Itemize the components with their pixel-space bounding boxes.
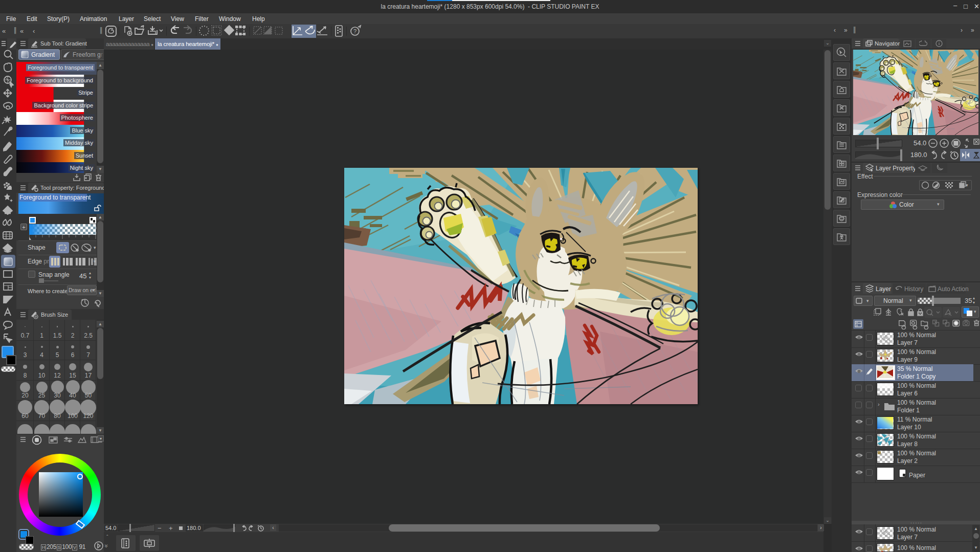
svg-text:?: ?	[353, 28, 357, 34]
